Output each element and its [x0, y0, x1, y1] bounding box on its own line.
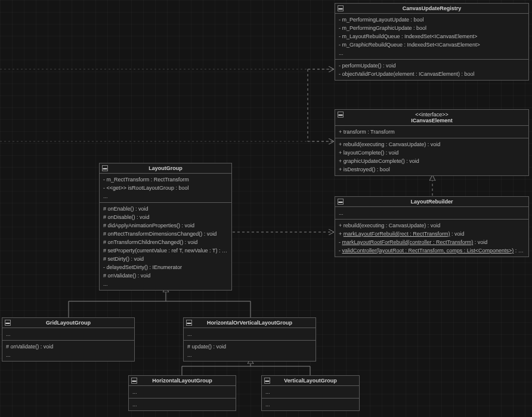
collapse-icon[interactable]: ▬ — [131, 378, 137, 384]
attribute: ... — [103, 192, 228, 200]
class-title: ▬ LayoutGroup — [100, 163, 231, 174]
attributes-section: - m_PerformingLayoutUpdate : bool - m_Pe… — [335, 14, 528, 60]
operation: - objectValidForUpdate(element : ICanvas… — [339, 70, 525, 78]
attribute: ... — [339, 49, 525, 57]
operation: # setProperty(currentValue : ref T, newV… — [103, 246, 228, 255]
collapse-icon[interactable]: ▬ — [338, 5, 344, 11]
operation: # onValidate() : void — [103, 271, 228, 280]
attributes-section: - m_RectTransform : RectTransform - <<ge… — [100, 174, 231, 203]
stereotype: <<interface>> — [338, 112, 526, 118]
class-name: LayoutGroup — [149, 165, 183, 171]
class-layout-group[interactable]: ▬ LayoutGroup - m_RectTransform : RectTr… — [99, 163, 232, 291]
class-horizontal-layout-group[interactable]: ▬ HorizontalLayoutGroup ... ... — [128, 375, 236, 411]
attribute: ... — [132, 388, 232, 396]
attributes-section: ... — [129, 386, 236, 399]
attributes-section: + transform : Transform — [335, 126, 528, 138]
operation: # onDisable() : void — [103, 213, 228, 221]
operation: - validController(layoutRoot : RectTrans… — [339, 246, 525, 255]
attribute: ... — [339, 209, 525, 217]
class-title: ▬ VerticalLayoutGroup — [262, 376, 359, 386]
class-title: ▬ GridLayoutGroup — [2, 318, 134, 328]
operation: + markLayoutForRebuild(rect : RectTransf… — [339, 230, 525, 238]
collapse-icon[interactable]: ▬ — [102, 165, 108, 171]
class-title: ▬ HorizontalLayoutGroup — [129, 376, 236, 386]
operations-section: ... — [262, 399, 359, 410]
collapse-icon[interactable]: ▬ — [5, 320, 11, 326]
class-title: ▬ CanvasUpdateRegistry — [335, 4, 528, 14]
operation: + isDestroyed() : bool — [339, 165, 525, 174]
operation: + graphicUpdateComplete() : void — [339, 157, 525, 165]
operations-section: # onValidate() : void ... — [2, 341, 134, 361]
attribute: - m_PerformingGraphicUpdate : bool — [339, 24, 525, 32]
operation: ... — [187, 351, 312, 359]
operation: ... — [6, 351, 131, 359]
operation: + rebuild(executing : CanvasUpdate) : vo… — [339, 221, 525, 230]
class-canvas-update-registry[interactable]: ▬ CanvasUpdateRegistry - m_PerformingLay… — [335, 3, 529, 81]
attributes-section: ... — [262, 386, 359, 399]
class-title: ▬ LayoutRebuilder — [335, 197, 528, 207]
attribute: - m_LayoutRebuildQueue : IndexedSet<ICan… — [339, 32, 525, 41]
class-horizontal-or-vertical-layout-group[interactable]: ▬ HorizontalOrVerticalLayoutGroup ... # … — [183, 317, 316, 362]
class-name: ICanvasElement — [411, 118, 453, 123]
attribute: ... — [6, 330, 131, 338]
attribute: - m_RectTransform : RectTransform — [103, 175, 228, 184]
class-layout-rebuilder[interactable]: ▬ LayoutRebuilder ... + rebuild(executin… — [335, 196, 529, 257]
operation: ... — [265, 400, 355, 409]
attribute: + transform : Transform — [339, 128, 525, 136]
operation: # onEnable() : void — [103, 205, 228, 213]
class-name: GridLayoutGroup — [46, 320, 91, 326]
operation: # didApplyAnimationProperties() : void — [103, 221, 228, 230]
collapse-icon[interactable]: ▬ — [338, 112, 344, 118]
operation: # setDirty() : void — [103, 255, 228, 263]
collapse-icon[interactable]: ▬ — [186, 320, 192, 326]
collapse-icon[interactable]: ▬ — [338, 199, 344, 205]
class-name: HorizontalOrVerticalLayoutGroup — [207, 320, 292, 326]
operations-section: + rebuild(executing : CanvasUpdate) : vo… — [335, 220, 528, 257]
operation: - delayedSetDirty() : IEnumerator — [103, 263, 228, 271]
operations-section: + rebuild(executing : CanvasUpdate) : vo… — [335, 138, 528, 175]
class-name: VerticalLayoutGroup — [284, 378, 337, 384]
attributes-section: ... — [184, 328, 316, 341]
operation: - markLayoutRootForRebuild(controller : … — [339, 238, 525, 246]
class-name: LayoutRebuilder — [410, 199, 453, 205]
operation: - performUpdate() : void — [339, 61, 525, 70]
attributes-section: ... — [2, 328, 134, 341]
attribute: ... — [187, 330, 312, 338]
operation: ... — [103, 280, 228, 288]
attributes-section: ... — [335, 207, 528, 220]
operation: # onTransformChildrenChanged() : void — [103, 238, 228, 246]
class-title: ▬ HorizontalOrVerticalLayoutGroup — [184, 318, 316, 328]
operation: + rebuild(executing : CanvasUpdate) : vo… — [339, 140, 525, 149]
operation: ... — [132, 400, 232, 409]
class-name: HorizontalLayoutGroup — [152, 378, 212, 384]
operations-section: ... — [129, 399, 236, 410]
attribute: - m_PerformingLayoutUpdate : bool — [339, 16, 525, 24]
class-title: ▬ <<interface>> ICanvasElement — [335, 110, 528, 126]
operations-section: # update() : void ... — [184, 341, 316, 361]
operation: # update() : void — [187, 342, 312, 351]
operations-section: # onEnable() : void # onDisable() : void… — [100, 203, 231, 290]
class-name: CanvasUpdateRegistry — [403, 5, 462, 11]
attribute: - <<get>> isRootLayoutGroup : bool — [103, 184, 228, 192]
class-vertical-layout-group[interactable]: ▬ VerticalLayoutGroup ... ... — [261, 375, 360, 411]
collapse-icon[interactable]: ▬ — [264, 378, 270, 384]
attribute: ... — [265, 388, 355, 396]
attribute: - m_GraphicRebuildQueue : IndexedSet<ICa… — [339, 41, 525, 49]
class-grid-layout-group[interactable]: ▬ GridLayoutGroup ... # onValidate() : v… — [2, 317, 135, 362]
operation: + layoutComplete() : void — [339, 149, 525, 157]
operation: # onValidate() : void — [6, 342, 131, 351]
interface-icanvas-element[interactable]: ▬ <<interface>> ICanvasElement + transfo… — [335, 109, 529, 176]
operation: # onRectTransformDimensionsChanged() : v… — [103, 230, 228, 238]
operations-section: - performUpdate() : void - objectValidFo… — [335, 60, 528, 80]
